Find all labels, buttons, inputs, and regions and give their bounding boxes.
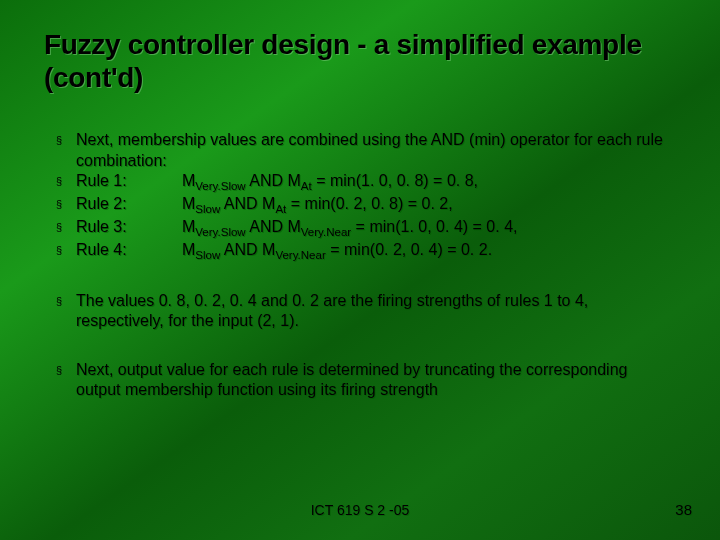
bullet-icon: § <box>56 130 76 147</box>
slide-body: § Next, membership values are combined u… <box>44 130 676 401</box>
block-output: § Next, output value for each rule is de… <box>56 360 676 401</box>
bullet-rule-2: § Rule 2: MSlow AND MAt = min(0. 2, 0. 8… <box>56 194 676 217</box>
rule-result: = min(0. 2, 0. 4) = 0. 2. <box>326 241 492 258</box>
rule-result: = min(1. 0, 0. 4) = 0. 4, <box>351 218 517 235</box>
bullet-output: § Next, output value for each rule is de… <box>56 360 676 401</box>
subscript: Very.Near <box>275 249 325 261</box>
bullet-text: Next, output value for each rule is dete… <box>76 360 676 401</box>
bullet-intro: § Next, membership values are combined u… <box>56 130 676 171</box>
bullet-rule-4: § Rule 4: MSlow AND MVery.Near = min(0. … <box>56 240 676 263</box>
rule-label: Rule 1: <box>76 171 182 194</box>
subscript: At <box>275 203 286 215</box>
bullet-rule-3: § Rule 3: MVery.Slow AND MVery.Near = mi… <box>56 217 676 240</box>
rule-expression: MVery.Slow AND MVery.Near = min(1. 0, 0.… <box>182 217 676 240</box>
and-op: AND <box>246 172 288 189</box>
bullet-firing: § The values 0. 8, 0. 2, 0. 4 and 0. 2 a… <box>56 291 676 332</box>
subscript: Slow <box>195 203 220 215</box>
footer-course-code: ICT 619 S 2 -05 <box>0 502 720 518</box>
rule-label: Rule 4: <box>76 240 182 263</box>
slide-title: Fuzzy controller design - a simplified e… <box>44 28 676 94</box>
bullet-icon: § <box>56 360 76 377</box>
rule-expression: MSlow AND MAt = min(0. 2, 0. 8) = 0. 2, <box>182 194 676 217</box>
subscript: Very.Slow <box>195 180 245 192</box>
subscript: Very.Near <box>301 226 351 238</box>
bullet-icon: § <box>56 217 76 234</box>
bullet-text: The values 0. 8, 0. 2, 0. 4 and 0. 2 are… <box>76 291 676 332</box>
slide: Fuzzy controller design - a simplified e… <box>0 0 720 540</box>
footer-page-number: 38 <box>675 501 692 518</box>
subscript: Slow <box>195 249 220 261</box>
and-op: AND <box>246 218 288 235</box>
bullet-icon: § <box>56 194 76 211</box>
rule-result: = min(0. 2, 0. 8) = 0. 2, <box>286 195 452 212</box>
bullet-icon: § <box>56 171 76 188</box>
and-op: AND <box>220 195 262 212</box>
block-rules: § Next, membership values are combined u… <box>56 130 676 263</box>
rule-label: Rule 3: <box>76 217 182 240</box>
bullet-icon: § <box>56 240 76 257</box>
subscript: At <box>301 180 312 192</box>
rule-expression: MVery.Slow AND MAt = min(1. 0, 0. 8) = 0… <box>182 171 676 194</box>
and-op: AND <box>220 241 262 258</box>
block-firing: § The values 0. 8, 0. 2, 0. 4 and 0. 2 a… <box>56 291 676 332</box>
rule-label: Rule 2: <box>76 194 182 217</box>
rule-expression: MSlow AND MVery.Near = min(0. 2, 0. 4) =… <box>182 240 676 263</box>
bullet-text: Next, membership values are combined usi… <box>76 130 676 171</box>
subscript: Very.Slow <box>195 226 245 238</box>
rule-result: = min(1. 0, 0. 8) = 0. 8, <box>312 172 478 189</box>
bullet-rule-1: § Rule 1: MVery.Slow AND MAt = min(1. 0,… <box>56 171 676 194</box>
bullet-icon: § <box>56 291 76 308</box>
